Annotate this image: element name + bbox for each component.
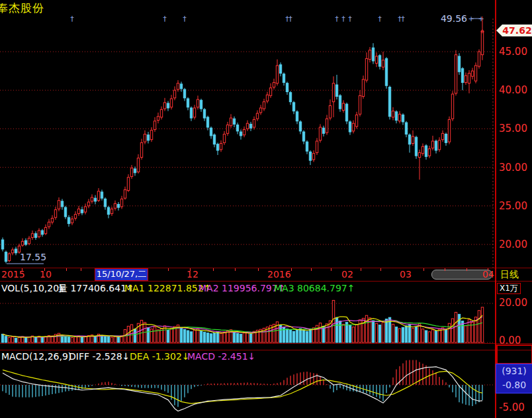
candle-body <box>273 83 275 87</box>
volume-bar <box>395 327 397 342</box>
candle-body <box>61 201 63 207</box>
period-label[interactable]: 日线 <box>500 269 519 281</box>
candle-body <box>378 56 380 66</box>
volume-bar <box>249 334 251 342</box>
candle-body <box>474 66 476 81</box>
volume-bar <box>8 338 10 343</box>
date-tick <box>466 268 467 271</box>
volume-bar <box>481 307 483 342</box>
volume-bar <box>154 327 155 342</box>
date-label: 12 <box>187 269 199 280</box>
price-axis-label: 40.00 <box>499 84 532 96</box>
volume-bar <box>332 300 334 342</box>
candle-body <box>87 202 89 206</box>
candle-body <box>77 209 79 213</box>
candle-body <box>339 95 341 109</box>
date-tick <box>258 268 259 271</box>
volume-bar <box>183 329 185 342</box>
candle-body <box>114 203 116 208</box>
candle-body <box>249 124 251 128</box>
candle-body <box>359 95 361 114</box>
volume-bar <box>210 334 212 342</box>
candle-body <box>312 154 314 160</box>
date-label: 02 <box>341 269 353 280</box>
candle-body <box>395 112 397 121</box>
volume-bar <box>223 332 225 342</box>
date-tick <box>331 268 332 271</box>
date-label: 2016 <box>267 269 291 280</box>
volume-bar <box>405 326 407 342</box>
volume-bar <box>418 324 420 342</box>
last-price-tag: 47.62 <box>502 25 532 36</box>
volume-bar <box>425 331 427 342</box>
date-axis[interactable]: 201510122016020304 15/10/27,二 <box>0 268 532 281</box>
volume-bar <box>233 332 235 342</box>
candle-body <box>41 231 43 235</box>
candle-body <box>111 209 112 213</box>
candle-body <box>236 125 238 131</box>
event-marker-icon: † <box>401 15 405 23</box>
volume-bar <box>243 333 245 342</box>
candle-body <box>91 197 93 201</box>
candle-body <box>276 66 278 83</box>
macd-value-label: MACD -2.451↓ <box>187 351 255 362</box>
volume-bar <box>352 327 354 342</box>
event-marker-icon: † <box>348 15 352 23</box>
candle-body <box>478 52 480 66</box>
candle-body <box>187 99 189 107</box>
volume-bar <box>15 338 17 342</box>
volume-bar <box>180 327 182 342</box>
volume-bar <box>74 337 76 342</box>
candle-body <box>322 128 324 133</box>
vol-ma2-label: MA2 119956.797↑ <box>199 283 285 293</box>
candle-body <box>117 204 119 207</box>
candle-body <box>180 84 182 89</box>
candle-body <box>170 99 172 107</box>
volume-bar <box>206 333 208 342</box>
candle-body <box>375 56 377 63</box>
volume-bar <box>309 329 311 342</box>
candle-body <box>283 74 285 83</box>
stock-title: 奉杰股份 <box>0 1 44 16</box>
volume-bar <box>362 318 364 342</box>
event-marker-icon: † <box>335 15 339 23</box>
candle-body <box>213 135 215 144</box>
volume-bar <box>114 337 116 342</box>
candle-body <box>398 114 400 121</box>
candle-body <box>352 123 354 131</box>
candle-body <box>233 119 235 124</box>
volume-bar <box>71 338 73 343</box>
volume-bar <box>193 330 195 342</box>
date-tick <box>380 268 381 271</box>
candle-body <box>206 117 208 127</box>
candle-body <box>34 234 36 238</box>
candle-body <box>365 58 367 80</box>
vol-ma3-label: MA3 80684.797↑ <box>274 283 355 293</box>
candle-body <box>418 152 420 157</box>
volume-bar <box>147 328 149 342</box>
volume-bar <box>438 329 440 342</box>
candle-body <box>329 105 331 118</box>
volume-bar <box>140 320 142 342</box>
date-tick <box>235 268 236 271</box>
candle-body <box>97 191 99 201</box>
candle-body <box>369 50 371 60</box>
volume-bar <box>445 330 447 342</box>
plus-marker-icon: + <box>468 15 474 23</box>
volume-bar <box>421 329 423 342</box>
volume-bar <box>296 330 298 342</box>
volume-bar <box>220 333 222 342</box>
candle-body <box>292 103 294 111</box>
date-label: 10 <box>40 269 52 280</box>
candle-body <box>451 94 453 119</box>
price-chart-pane[interactable]: †††††††††††49.56++17.55 <box>0 0 495 268</box>
macd-indicator-label: MACD(12,26,9) <box>1 351 71 362</box>
candle-body <box>385 58 387 85</box>
separator-line <box>0 281 532 282</box>
volume-bar <box>190 332 192 342</box>
candle-body <box>44 227 46 233</box>
candle-body <box>259 108 261 113</box>
candle-body <box>355 115 357 126</box>
date-tick <box>311 268 312 271</box>
candle-body <box>240 132 242 136</box>
